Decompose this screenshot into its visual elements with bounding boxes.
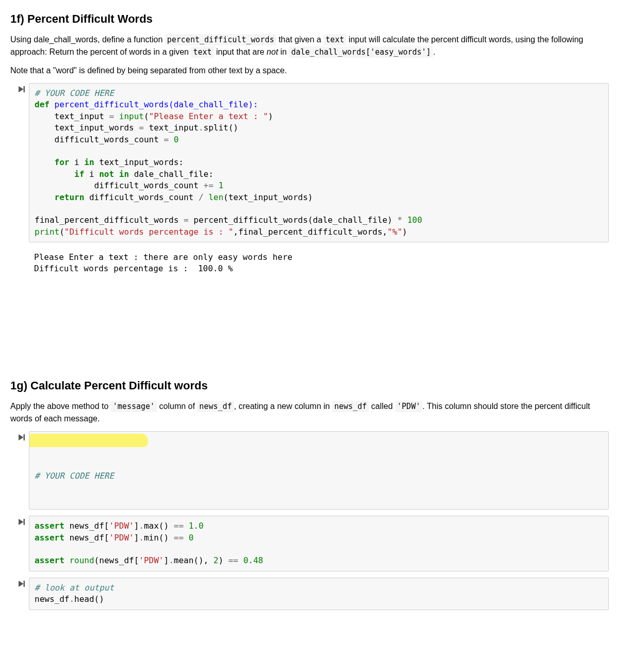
section-1g-heading: 1g) Calculate Percent Difficult words [10,377,609,394]
section-1f-heading: 1f) Percent Difficult Words [10,10,609,27]
code-cell-3: assert news_df['PDW'].max() == 1.0 asser… [10,516,609,571]
run-cell-icon[interactable] [10,83,29,242]
section-1g-para1: Apply the above method to 'message' colu… [10,400,609,425]
inline-code: 'message' [111,401,157,412]
code-input[interactable]: # look at output news_df.head() [29,578,609,610]
run-cell-icon[interactable] [10,516,29,571]
inline-code: text [323,34,346,45]
inline-code: news_df [197,401,234,412]
inline-code: dale_chall_words['easy_words'] [289,46,433,58]
run-cell-icon[interactable] [10,431,29,510]
code-input[interactable]: # YOUR CODE HERE [29,431,609,510]
output-cell-1: Please Enter a text : there are only eas… [10,249,609,278]
code-input[interactable]: assert news_df['PDW'].max() == 1.0 asser… [29,516,609,571]
code-cell-4: # look at output news_df.head() [10,578,609,610]
code-cell-2: # YOUR CODE HERE [10,431,609,510]
cell-output: Please Enter a text : there are only eas… [29,249,609,278]
section-1f-para2: Note that a "word" is defined by being s… [10,64,609,77]
inline-code: text [191,46,214,58]
run-cell-icon[interactable] [10,578,29,610]
highlight-annotation [29,434,148,447]
section-1f-para1: Using dale_chall_words, define a functio… [10,34,609,58]
inline-code: news_df [332,401,369,412]
output-prompt [10,249,29,278]
inline-code: percent_difficult_words [165,34,276,45]
code-input[interactable]: # YOUR CODE HERE def percent_difficult_w… [29,83,609,242]
inline-code: 'PDW' [395,401,422,412]
code-cell-1: # YOUR CODE HERE def percent_difficult_w… [10,83,609,242]
